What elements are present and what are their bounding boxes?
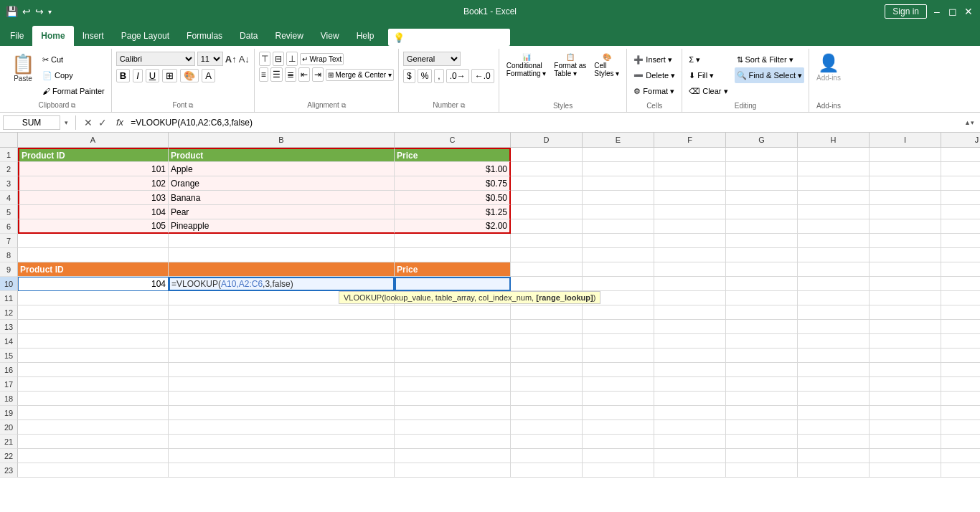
tab-home[interactable]: Home xyxy=(32,26,73,46)
cell-j3[interactable] xyxy=(941,176,980,191)
cell-b10[interactable]: =VLOOKUP(A10,A2:C6,3,false) xyxy=(169,277,395,291)
cell-h11[interactable] xyxy=(798,291,870,305)
tab-data[interactable]: Data xyxy=(231,26,266,46)
currency-button[interactable]: $ xyxy=(403,69,415,83)
cell-h6[interactable] xyxy=(798,219,870,234)
cut-button[interactable]: ✂ Cut xyxy=(40,52,107,67)
cell-j8[interactable] xyxy=(941,248,980,262)
cell-h1[interactable] xyxy=(798,148,870,162)
cell-g2[interactable] xyxy=(726,162,798,176)
undo-icon[interactable]: ↩ xyxy=(22,6,31,17)
decrease-decimal-button[interactable]: ←.0 xyxy=(471,69,494,83)
percent-button[interactable]: % xyxy=(418,69,433,83)
cell-d10[interactable] xyxy=(511,277,583,291)
tab-help[interactable]: Help xyxy=(348,26,383,46)
cell-c5[interactable]: $1.25 xyxy=(395,205,511,219)
cell-e10[interactable] xyxy=(583,277,654,291)
window-controls[interactable]: Sign in – ◻ ✕ xyxy=(885,4,974,19)
cell-h8[interactable] xyxy=(798,248,870,262)
number-format-select[interactable]: General xyxy=(403,52,461,66)
format-button[interactable]: ⚙ Format ▾ xyxy=(631,83,677,99)
restore-icon[interactable]: ◻ xyxy=(947,6,958,17)
cell-d4[interactable] xyxy=(511,191,583,205)
cell-f9[interactable] xyxy=(654,262,726,277)
cell-j1[interactable] xyxy=(941,148,980,162)
format-painter-button[interactable]: 🖌 Format Painter xyxy=(40,83,107,99)
cell-b11[interactable]: VLOOKUP(lookup_value, table_array, col_i… xyxy=(169,291,395,305)
cell-i10[interactable] xyxy=(870,277,941,291)
cell-c3[interactable]: $0.75 xyxy=(395,176,511,191)
cell-a6[interactable]: 105 xyxy=(18,219,169,234)
tab-page-layout[interactable]: Page Layout xyxy=(113,26,178,46)
cell-g8[interactable] xyxy=(726,248,798,262)
col-header-h[interactable]: H xyxy=(798,133,870,147)
merge-center-button[interactable]: ⊞ Merge & Center ▾ xyxy=(326,69,394,81)
cell-b6[interactable]: Pineapple xyxy=(169,219,395,234)
cell-i5[interactable] xyxy=(870,205,941,219)
cell-g10[interactable] xyxy=(726,277,798,291)
cell-g3[interactable] xyxy=(726,176,798,191)
cell-e9[interactable] xyxy=(583,262,654,277)
cell-g6[interactable] xyxy=(726,219,798,234)
save-icon[interactable]: 💾 xyxy=(6,6,18,17)
cell-g7[interactable] xyxy=(726,234,798,248)
cell-a1[interactable]: Product ID xyxy=(18,148,169,162)
cell-d5[interactable] xyxy=(511,205,583,219)
cell-b1[interactable]: Product xyxy=(169,148,395,162)
cell-b7[interactable] xyxy=(169,234,395,248)
italic-button[interactable]: I xyxy=(133,69,143,82)
cell-b5[interactable]: Pear xyxy=(169,205,395,219)
quick-access-toolbar[interactable]: 💾 ↩ ↪ ▾ xyxy=(6,6,52,17)
align-center-button[interactable]: ☰ xyxy=(270,67,283,82)
cell-a5[interactable]: 104 xyxy=(18,205,169,219)
font-family-select[interactable]: Calibri xyxy=(116,52,195,66)
font-size-select[interactable]: 11 xyxy=(197,52,223,66)
cell-h2[interactable] xyxy=(798,162,870,176)
col-header-d[interactable]: D xyxy=(511,133,583,147)
format-as-table-button[interactable]: 📋 Format asTable ▾ xyxy=(551,52,589,79)
comma-button[interactable]: , xyxy=(434,69,443,83)
name-box[interactable] xyxy=(3,115,60,130)
find-select-button[interactable]: 🔍 Find & Select ▾ xyxy=(735,67,804,83)
cancel-formula-button[interactable]: ✕ xyxy=(82,117,95,128)
decrease-indent-button[interactable]: ⇤ xyxy=(298,67,310,82)
copy-button[interactable]: 📄 Copy xyxy=(40,67,107,83)
cell-c9[interactable]: Price xyxy=(395,262,511,277)
cell-a8[interactable] xyxy=(18,248,169,262)
cell-g1[interactable] xyxy=(726,148,798,162)
cell-e5[interactable] xyxy=(583,205,654,219)
expand-formula-button[interactable]: ▾ xyxy=(63,119,70,126)
cell-c10[interactable] xyxy=(395,277,511,291)
cell-a10[interactable]: 104 xyxy=(18,277,169,291)
cell-j5[interactable] xyxy=(941,205,980,219)
wrap-text-button[interactable]: ↵ Wrap Text xyxy=(300,53,344,65)
align-top-button[interactable]: ⊤ xyxy=(259,52,270,66)
cell-j11[interactable] xyxy=(941,291,980,305)
redo-icon[interactable]: ↪ xyxy=(35,6,44,17)
cell-d9[interactable] xyxy=(511,262,583,277)
tab-formulas[interactable]: Formulas xyxy=(178,26,231,46)
cell-f6[interactable] xyxy=(654,219,726,234)
cell-j4[interactable] xyxy=(941,191,980,205)
cell-h3[interactable] xyxy=(798,176,870,191)
addins-button[interactable]: 👤 Add-ins xyxy=(814,52,844,83)
fill-color-button[interactable]: 🎨 xyxy=(180,69,199,82)
insert-button[interactable]: ➕ Insert ▾ xyxy=(631,52,677,67)
cell-h10[interactable] xyxy=(798,277,870,291)
cell-i2[interactable] xyxy=(870,162,941,176)
cell-c8[interactable] xyxy=(395,248,511,262)
increase-indent-button[interactable]: ⇥ xyxy=(312,67,324,82)
cell-a11[interactable] xyxy=(18,291,169,305)
clear-button[interactable]: ⌫ Clear ▾ xyxy=(687,83,730,99)
font-color-button[interactable]: A xyxy=(202,69,215,82)
border-button[interactable]: ⊞ xyxy=(162,69,177,82)
cell-e1[interactable] xyxy=(583,148,654,162)
underline-button[interactable]: U xyxy=(146,69,159,82)
col-header-c[interactable]: C xyxy=(395,133,511,147)
cell-e3[interactable] xyxy=(583,176,654,191)
cell-d8[interactable] xyxy=(511,248,583,262)
align-bottom-button[interactable]: ⊥ xyxy=(286,52,298,66)
tab-view[interactable]: View xyxy=(312,26,348,46)
conditional-formatting-button[interactable]: 📊 ConditionalFormatting ▾ xyxy=(504,52,550,79)
cell-e8[interactable] xyxy=(583,248,654,262)
